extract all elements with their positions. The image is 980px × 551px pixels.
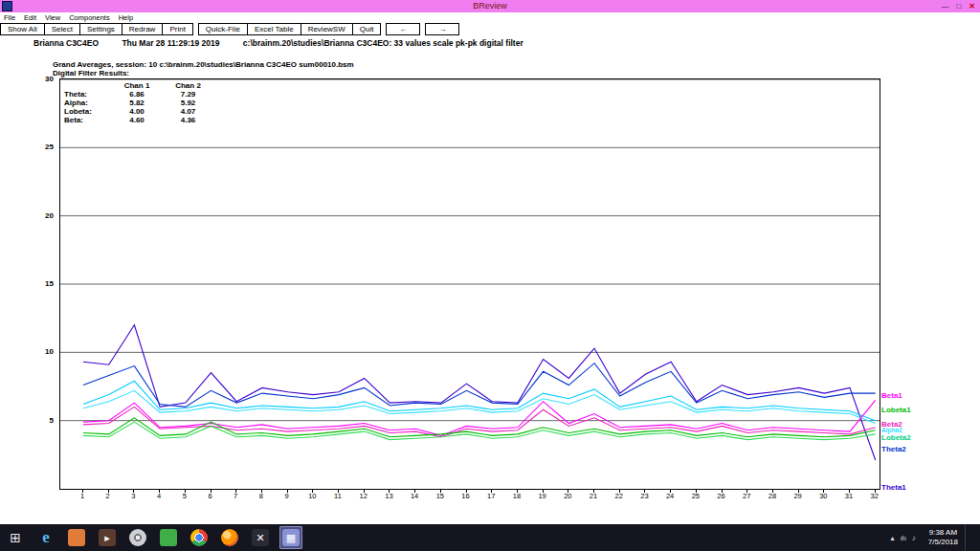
x-tickmark-9 xyxy=(287,489,288,493)
taskbar-icon-disc-burner[interactable] xyxy=(126,526,149,549)
taskbar-icon-app-green[interactable] xyxy=(157,526,180,549)
taskbar-icon-chrome[interactable] xyxy=(188,526,211,549)
volume-icon[interactable]: ♪ xyxy=(912,534,916,542)
clock-date: 7/5/2018 xyxy=(928,538,958,546)
internet-explorer-icon: e xyxy=(37,529,55,546)
caption-buttons: —□✕ xyxy=(941,0,980,12)
series-label-alpha2: Alpha2 xyxy=(881,427,902,433)
app-dark-icon: ✕ xyxy=(252,529,269,546)
settings-button[interactable]: Settings xyxy=(79,23,122,35)
maximize-button[interactable]: □ xyxy=(956,0,961,12)
print-button[interactable]: Print xyxy=(162,23,192,35)
taskbar-icon-firefox[interactable] xyxy=(218,526,241,549)
forward-arrow-button[interactable]: → xyxy=(425,23,459,35)
review-sw-button[interactable]: ReviewSW xyxy=(301,23,353,35)
x-tick-17: 17 xyxy=(482,492,500,500)
close-button[interactable]: ✕ xyxy=(969,0,975,12)
filter-value-chan1: 4.00 xyxy=(112,107,162,116)
back-arrow-button[interactable]: ← xyxy=(386,23,420,35)
x-tick-19: 19 xyxy=(534,492,551,500)
menu-components[interactable]: Components xyxy=(69,13,110,22)
menu-help[interactable]: Help xyxy=(119,13,133,22)
filter-results-title: Digital Filter Results: xyxy=(53,69,129,77)
show-all-button[interactable]: Show All xyxy=(0,23,45,35)
x-tickmark-32 xyxy=(875,489,876,493)
x-tickmark-3 xyxy=(133,489,134,493)
y-tick-25: 25 xyxy=(33,143,54,151)
window-title: BReview xyxy=(0,0,980,12)
x-tickmark-29 xyxy=(798,489,799,493)
x-tickmark-21 xyxy=(593,489,594,493)
filter-value-chan2: 5.92 xyxy=(162,99,214,107)
plot-area: Chan 1Chan 2Theta:6.867.29Alpha:5.825.92… xyxy=(59,78,880,490)
x-tick-11: 11 xyxy=(329,492,346,500)
x-tick-6: 6 xyxy=(202,492,219,500)
breview-active-icon: ▦ xyxy=(282,529,300,546)
x-tickmark-11 xyxy=(338,489,339,493)
series-label-theta1: Theta1 xyxy=(881,483,906,492)
x-tickmark-10 xyxy=(312,489,313,493)
menu-edit[interactable]: Edit xyxy=(24,13,36,22)
x-tickmark-12 xyxy=(364,489,365,493)
x-tick-4: 4 xyxy=(150,492,167,500)
taskbar-icon-internet-explorer[interactable]: e xyxy=(34,526,57,549)
x-tick-27: 27 xyxy=(738,492,755,500)
x-tick-29: 29 xyxy=(790,492,807,500)
patient-name: Brianna C3C4EO xyxy=(33,38,99,48)
start-button[interactable]: ⊞ xyxy=(0,524,31,551)
x-tickmark-24 xyxy=(670,489,671,493)
x-tick-32: 32 xyxy=(866,492,883,500)
x-tickmark-26 xyxy=(722,489,723,493)
y-tick-20: 20 xyxy=(33,211,54,220)
quit-button[interactable]: Quit xyxy=(352,23,382,35)
x-tick-28: 28 xyxy=(764,492,781,500)
select-button[interactable]: Select xyxy=(44,23,80,35)
title-bar: BReview —□✕ xyxy=(0,0,980,12)
filter-results-table: Chan 1Chan 2Theta:6.867.29Alpha:5.825.92… xyxy=(64,81,214,124)
x-tick-9: 9 xyxy=(278,492,296,500)
excel-table-button[interactable]: Excel Table xyxy=(247,23,301,35)
clock[interactable]: 9:38 AM 7/5/2018 xyxy=(923,528,958,547)
system-tray: ▴ılı♪ 9:38 AM 7/5/2018 xyxy=(891,524,980,551)
x-tick-8: 8 xyxy=(253,492,270,500)
taskbar-icon-app-orange[interactable] xyxy=(65,526,88,549)
chart-canvas xyxy=(60,79,880,489)
y-tick-30: 30 xyxy=(33,75,54,83)
x-tickmark-16 xyxy=(466,489,467,493)
record-datetime: Thu Mar 28 11:29:19 2019 xyxy=(122,38,219,48)
minimize-button[interactable]: — xyxy=(941,0,948,12)
x-tickmark-4 xyxy=(159,489,160,493)
x-tick-12: 12 xyxy=(355,492,372,500)
filter-value-chan2: 7.29 xyxy=(162,90,214,99)
filter-value-chan1: 5.82 xyxy=(112,99,162,107)
x-tickmark-2 xyxy=(108,489,109,493)
hidden-icons-icon[interactable]: ▴ xyxy=(891,534,895,542)
x-tickmark-23 xyxy=(644,489,645,493)
taskbar-icon-breview-active[interactable]: ▦ xyxy=(279,526,302,549)
y-tick-5: 5 xyxy=(33,416,54,425)
filter-row-label: Beta: xyxy=(64,116,112,124)
taskbar-icon-app-media[interactable]: ▸ xyxy=(96,526,119,549)
series-theta1 xyxy=(83,325,876,460)
x-tickmark-25 xyxy=(696,489,697,493)
filter-row-label: Theta: xyxy=(64,90,112,99)
app-green-icon xyxy=(160,529,177,546)
network-icon[interactable]: ılı xyxy=(901,534,906,542)
x-tickmark-18 xyxy=(517,489,518,493)
x-tickmark-15 xyxy=(440,489,441,493)
quick-file-button[interactable]: Quick-File xyxy=(198,23,248,35)
x-tick-23: 23 xyxy=(635,492,653,500)
x-tick-1: 1 xyxy=(74,492,91,500)
x-tick-15: 15 xyxy=(432,492,449,500)
taskbar-icon-app-dark[interactable]: ✕ xyxy=(249,526,272,549)
series-label-lobeta1: Lobeta1 xyxy=(881,406,911,414)
toolbar: Show AllSelectSettingsRedrawPrintQuick-F… xyxy=(0,23,459,36)
menu-file[interactable]: File xyxy=(4,13,15,22)
menu-view[interactable]: View xyxy=(45,13,60,22)
x-tick-2: 2 xyxy=(100,492,117,500)
filter-col-spacer xyxy=(64,81,112,90)
clock-time: 9:38 AM xyxy=(929,528,957,537)
show-desktop-button[interactable] xyxy=(965,524,970,551)
redraw-button[interactable]: Redraw xyxy=(122,23,164,35)
x-tick-10: 10 xyxy=(303,492,321,500)
